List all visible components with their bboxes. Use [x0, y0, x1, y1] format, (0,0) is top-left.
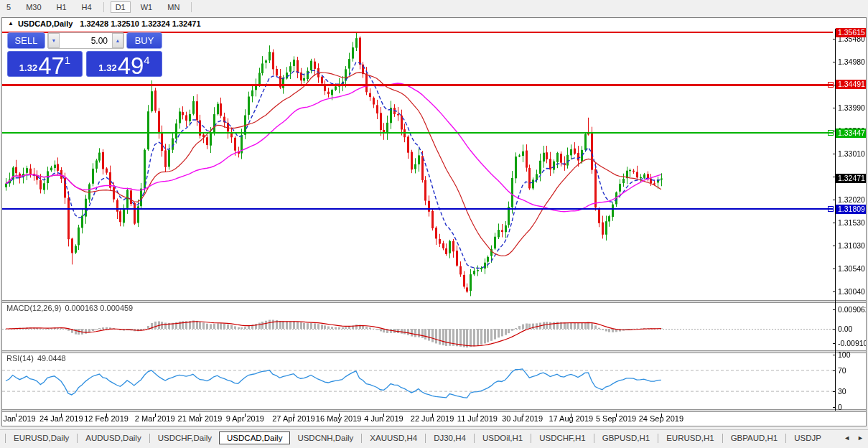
date-axis-label: 21 Mar 2019 — [178, 414, 223, 423]
sell-price-prefix: 1.32 — [19, 62, 37, 73]
tab-separator — [425, 434, 426, 443]
rsi-axis-tick: 0 — [838, 403, 842, 411]
chart-tab-xauusd-h4[interactable]: XAUUSD,H4 — [363, 431, 424, 444]
tab-separator — [361, 434, 362, 443]
macd-name: MACD(12,26,9) — [6, 304, 61, 312]
rsi-value: 49.0448 — [37, 354, 66, 363]
price-badge: 1.35615 — [836, 28, 867, 37]
tab-separator — [77, 434, 78, 443]
timeframe-button-d1[interactable]: D1 — [111, 1, 131, 13]
date-axis-label: 24 Sep 2019 — [639, 414, 683, 423]
price-axis-tick: 1.31030 — [838, 241, 865, 250]
chart-tab-usdchf-daily[interactable]: USDCHF,Daily — [151, 431, 219, 444]
buy-price-big: 49 — [118, 56, 144, 75]
tab-scroll-left-icon[interactable]: ◄ — [844, 434, 850, 442]
tab-separator — [785, 434, 786, 443]
price-axis-tick: 1.33010 — [838, 149, 865, 158]
sell-price-display[interactable]: 1.32 47 1 — [7, 51, 83, 77]
chart-tab-audusd-daily[interactable]: AUDUSD,Daily — [78, 431, 148, 444]
price-axis-tick: 1.34980 — [838, 57, 865, 66]
chart-tab-bar: EURUSD,DailyAUDUSD,DailyUSDCHF,DailyUSDC… — [0, 429, 868, 446]
timeframe-button-mn[interactable]: MN — [162, 1, 185, 13]
date-axis-label: 22 Jun 2019 — [411, 414, 454, 423]
date-axis-label: 12 Feb 2019 — [84, 414, 129, 423]
date-axis-label: 11 Jul 2019 — [457, 414, 498, 423]
macd-axis-tick: -0.009102 — [838, 339, 867, 347]
price-axis-tick: 1.32020 — [838, 195, 865, 204]
toolbar-separator — [103, 2, 104, 12]
macd-axis-tick: 0.00 — [838, 325, 852, 333]
chart-window: ▲ USDCAD,Daily 1.32428 1.32510 1.32324 1… — [1, 17, 867, 426]
buy-price-display[interactable]: 1.32 49 4 — [86, 51, 162, 77]
buy-button[interactable]: BUY — [126, 32, 162, 49]
chart-tab-gbpaud-h1[interactable]: GBPAUD,H1 — [724, 431, 785, 444]
chart-tab-eurusd-h1[interactable]: EURUSD,H1 — [659, 431, 721, 444]
date-axis-label: 27 Apr 2019 — [272, 414, 314, 423]
rsi-axis-tick: 30 — [838, 387, 846, 396]
tab-separator — [594, 434, 594, 443]
tab-separator — [531, 434, 531, 443]
timeframe-button-5[interactable]: 5 — [1, 1, 16, 13]
price-axis-tick: 1.30540 — [838, 264, 865, 273]
sell-price-big: 47 — [38, 56, 65, 75]
date-axis-label: 5 Jan 2019 — [1, 414, 36, 423]
rsi-axis-tick: 70 — [838, 366, 846, 375]
macd-indicator-title: MACD(12,26,9)0.000163 0.000459 — [6, 304, 133, 312]
date-axis-label: 17 Aug 2019 — [549, 414, 593, 423]
timeframe-toolbar: 5M30H1H4D1W1MN — [0, 0, 868, 14]
tab-separator — [658, 434, 658, 443]
macd-axis-tick: 0.009062 — [838, 305, 867, 314]
timeframe-button-m30[interactable]: M30 — [21, 1, 46, 13]
chart-title-bar: ▲ USDCAD,Daily 1.32428 1.32510 1.32324 1… — [2, 18, 866, 29]
price-axis-tick: 1.30040 — [838, 287, 865, 296]
rsi-axis-tick: 100 — [838, 350, 851, 359]
tab-scroll-arrows: ◄► — [839, 430, 867, 446]
buy-price-sup: 4 — [144, 54, 149, 66]
date-axis-label: 16 May 2019 — [316, 414, 362, 423]
timeframe-button-h4[interactable]: H4 — [77, 1, 97, 13]
chart-symbol-label: USDCAD,Daily — [18, 19, 73, 28]
date-axis-label: 9 Apr 2019 — [226, 414, 264, 423]
sell-price-sup: 1 — [65, 54, 70, 66]
timeframe-button-w1[interactable]: W1 — [136, 1, 158, 13]
macd-values: 0.000163 0.000459 — [65, 304, 133, 312]
buy-price-prefix: 1.32 — [98, 62, 116, 73]
rsi-indicator-title: RSI(14)49.0448 — [6, 354, 66, 363]
price-badge: 1.32471 — [836, 174, 867, 183]
volume-input[interactable]: 5.00 — [60, 33, 112, 48]
price-badge: 1.31809 — [836, 205, 867, 214]
volume-decrease-icon[interactable]: ▼ — [48, 33, 60, 48]
volume-stepper: ▼ 5.00 ▲ — [47, 32, 124, 49]
chart-tab-usdcad-daily[interactable]: USDCAD,Daily — [219, 431, 290, 444]
sell-button[interactable]: SELL — [7, 32, 45, 49]
rsi-name: RSI(14) — [6, 354, 34, 363]
one-click-trade-panel: SELL ▼ 5.00 ▲ BUY 1.32 47 1 1.32 49 4 — [6, 32, 164, 77]
tab-separator — [474, 434, 475, 443]
price-chart-canvas[interactable] — [2, 29, 866, 426]
tab-scroll-right-icon[interactable]: ► — [857, 434, 864, 442]
timeframe-button-h1[interactable]: H1 — [52, 1, 72, 13]
date-axis-label: 30 Jul 2019 — [502, 414, 543, 423]
chart-tab-gbpusd-h1[interactable]: GBPUSD,H1 — [595, 431, 657, 444]
price-axis-tick: 1.31530 — [838, 218, 865, 227]
date-axis-label: 5 Sep 2019 — [596, 414, 636, 423]
chart-tab-usdcnh-daily[interactable]: USDCNH,Daily — [290, 431, 360, 444]
price-badge: 1.34491 — [836, 80, 867, 89]
price-badge: 1.33447 — [836, 129, 867, 138]
date-axis-label: 2 Mar 2019 — [135, 414, 175, 423]
collapse-triangle-icon[interactable]: ▲ — [8, 20, 14, 27]
toolbar-separator — [191, 2, 192, 12]
chart-tab-eurusd-daily[interactable]: EURUSD,Daily — [6, 431, 76, 444]
tab-separator — [149, 434, 150, 443]
date-axis-label: 4 Jun 2019 — [364, 414, 403, 423]
chart-ohlc-values: 1.32428 1.32510 1.32324 1.32471 — [80, 19, 200, 28]
chart-tab-usdjp[interactable]: USDJP — [787, 431, 829, 444]
chart-tab-usdoil-h1[interactable]: USDOil,H1 — [475, 431, 530, 444]
chart-tab-usdchf-h1[interactable]: USDCHF,H1 — [532, 431, 593, 444]
chart-tab-dj30-h4[interactable]: DJ30,H4 — [426, 431, 473, 444]
tab-separator — [722, 434, 723, 443]
price-axis-tick: 1.33990 — [838, 103, 865, 112]
date-axis-label: 24 Jan 2019 — [39, 414, 83, 423]
volume-increase-icon[interactable]: ▲ — [112, 33, 123, 48]
tab-separator — [5, 434, 6, 443]
